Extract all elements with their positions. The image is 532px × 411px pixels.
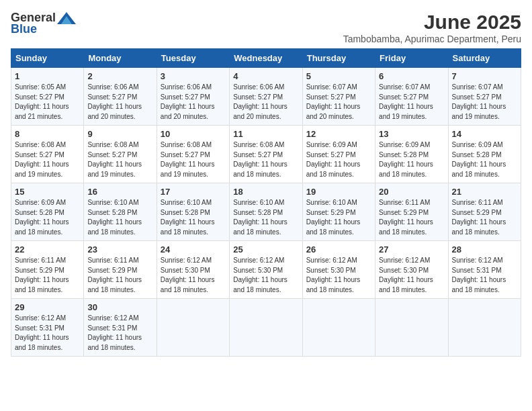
- day-info: Sunrise: 6:09 AMSunset: 5:28 PMDaylight:…: [452, 141, 506, 178]
- day-info: Sunrise: 6:09 AMSunset: 5:27 PMDaylight:…: [306, 141, 361, 178]
- calendar-week-row: 1 Sunrise: 6:05 AMSunset: 5:27 PMDayligh…: [11, 68, 521, 126]
- day-info: Sunrise: 6:12 AMSunset: 5:30 PMDaylight:…: [233, 257, 287, 293]
- day-info: Sunrise: 6:11 AMSunset: 5:29 PMDaylight:…: [87, 257, 142, 293]
- col-header-thursday: Thursday: [302, 49, 375, 68]
- day-info: Sunrise: 6:12 AMSunset: 5:30 PMDaylight:…: [161, 257, 215, 293]
- calendar-cell: 30 Sunrise: 6:12 AMSunset: 5:31 PMDaylig…: [84, 299, 157, 357]
- calendar-cell: 21 Sunrise: 6:11 AMSunset: 5:29 PMDaylig…: [448, 183, 521, 241]
- col-header-monday: Monday: [84, 49, 157, 68]
- calendar-cell: 22 Sunrise: 6:11 AMSunset: 5:29 PMDaylig…: [11, 241, 84, 299]
- col-header-tuesday: Tuesday: [157, 49, 229, 68]
- calendar-cell: 29 Sunrise: 6:12 AMSunset: 5:31 PMDaylig…: [11, 299, 84, 357]
- day-info: Sunrise: 6:08 AMSunset: 5:27 PMDaylight:…: [15, 141, 69, 178]
- day-number: 6: [379, 71, 444, 81]
- day-number: 25: [233, 244, 298, 255]
- day-number: 5: [306, 71, 371, 81]
- day-number: 16: [87, 187, 152, 197]
- day-info: Sunrise: 6:12 AMSunset: 5:31 PMDaylight:…: [15, 314, 69, 351]
- calendar-cell: 18 Sunrise: 6:10 AMSunset: 5:28 PMDaylig…: [230, 183, 302, 241]
- calendar-cell: 19 Sunrise: 6:10 AMSunset: 5:29 PMDaylig…: [302, 183, 375, 241]
- calendar-cell: 27 Sunrise: 6:12 AMSunset: 5:30 PMDaylig…: [375, 241, 448, 299]
- day-info: Sunrise: 6:10 AMSunset: 5:29 PMDaylight:…: [306, 199, 361, 236]
- calendar-cell: 17 Sunrise: 6:10 AMSunset: 5:28 PMDaylig…: [157, 183, 229, 241]
- day-number: 26: [306, 244, 371, 255]
- location-subtitle: Tambobamba, Apurimac Department, Peru: [343, 34, 521, 44]
- day-number: 10: [161, 129, 226, 139]
- day-info: Sunrise: 6:06 AMSunset: 5:27 PMDaylight:…: [161, 83, 215, 120]
- day-number: 30: [87, 302, 152, 312]
- calendar-cell: 10 Sunrise: 6:08 AMSunset: 5:27 PMDaylig…: [157, 126, 229, 183]
- day-number: 20: [379, 187, 444, 197]
- title-area: June 2025 Tambobamba, Apurimac Departmen…: [343, 11, 521, 44]
- day-number: 2: [87, 71, 152, 81]
- col-header-saturday: Saturday: [448, 49, 521, 68]
- day-info: Sunrise: 6:12 AMSunset: 5:31 PMDaylight:…: [87, 314, 142, 351]
- day-info: Sunrise: 6:09 AMSunset: 5:28 PMDaylight:…: [379, 141, 433, 178]
- day-info: Sunrise: 6:07 AMSunset: 5:27 PMDaylight:…: [306, 83, 361, 120]
- day-info: Sunrise: 6:05 AMSunset: 5:27 PMDaylight:…: [15, 83, 69, 120]
- calendar-cell: 6 Sunrise: 6:07 AMSunset: 5:27 PMDayligh…: [375, 68, 448, 126]
- calendar-table: SundayMondayTuesdayWednesdayThursdayFrid…: [11, 48, 521, 357]
- calendar-cell: 20 Sunrise: 6:11 AMSunset: 5:29 PMDaylig…: [375, 183, 448, 241]
- calendar-header-row: SundayMondayTuesdayWednesdayThursdayFrid…: [11, 49, 521, 68]
- day-number: 21: [452, 187, 517, 197]
- day-number: 23: [87, 244, 152, 255]
- col-header-sunday: Sunday: [11, 49, 84, 68]
- calendar-cell: 26 Sunrise: 6:12 AMSunset: 5:30 PMDaylig…: [302, 241, 375, 299]
- day-number: 9: [87, 129, 152, 139]
- header: General Blue June 2025 Tambobamba, Apuri…: [11, 11, 521, 44]
- day-info: Sunrise: 6:12 AMSunset: 5:30 PMDaylight:…: [306, 257, 361, 293]
- day-number: 24: [161, 244, 226, 255]
- day-number: 8: [15, 129, 80, 139]
- calendar-cell: 28 Sunrise: 6:12 AMSunset: 5:31 PMDaylig…: [448, 241, 521, 299]
- day-info: Sunrise: 6:06 AMSunset: 5:27 PMDaylight:…: [233, 83, 287, 120]
- calendar-cell: 8 Sunrise: 6:08 AMSunset: 5:27 PMDayligh…: [11, 126, 84, 183]
- calendar-cell: 13 Sunrise: 6:09 AMSunset: 5:28 PMDaylig…: [375, 126, 448, 183]
- calendar-cell: 3 Sunrise: 6:06 AMSunset: 5:27 PMDayligh…: [157, 68, 229, 126]
- day-number: 7: [452, 71, 517, 81]
- day-number: 27: [379, 244, 444, 255]
- day-number: 29: [15, 302, 80, 312]
- col-header-friday: Friday: [375, 49, 448, 68]
- day-info: Sunrise: 6:09 AMSunset: 5:28 PMDaylight:…: [15, 199, 69, 236]
- calendar-cell: [375, 299, 448, 357]
- day-info: Sunrise: 6:10 AMSunset: 5:28 PMDaylight:…: [233, 199, 287, 236]
- day-info: Sunrise: 6:12 AMSunset: 5:30 PMDaylight:…: [379, 257, 433, 293]
- day-info: Sunrise: 6:08 AMSunset: 5:27 PMDaylight:…: [161, 141, 215, 178]
- calendar-cell: 24 Sunrise: 6:12 AMSunset: 5:30 PMDaylig…: [157, 241, 229, 299]
- logo: General Blue: [11, 11, 76, 36]
- calendar-cell: [230, 299, 302, 357]
- calendar-week-row: 8 Sunrise: 6:08 AMSunset: 5:27 PMDayligh…: [11, 126, 521, 183]
- month-title: June 2025: [343, 11, 521, 34]
- day-number: 14: [452, 129, 517, 139]
- day-number: 13: [379, 129, 444, 139]
- calendar-cell: 14 Sunrise: 6:09 AMSunset: 5:28 PMDaylig…: [448, 126, 521, 183]
- day-info: Sunrise: 6:12 AMSunset: 5:31 PMDaylight:…: [452, 257, 506, 293]
- day-number: 19: [306, 187, 371, 197]
- calendar-cell: 9 Sunrise: 6:08 AMSunset: 5:27 PMDayligh…: [84, 126, 157, 183]
- col-header-wednesday: Wednesday: [230, 49, 302, 68]
- calendar-cell: 25 Sunrise: 6:12 AMSunset: 5:30 PMDaylig…: [230, 241, 302, 299]
- calendar-cell: 5 Sunrise: 6:07 AMSunset: 5:27 PMDayligh…: [302, 68, 375, 126]
- day-number: 12: [306, 129, 371, 139]
- day-number: 18: [233, 187, 298, 197]
- calendar-cell: 1 Sunrise: 6:05 AMSunset: 5:27 PMDayligh…: [11, 68, 84, 126]
- calendar-cell: [302, 299, 375, 357]
- day-info: Sunrise: 6:07 AMSunset: 5:27 PMDaylight:…: [379, 83, 433, 120]
- calendar-cell: 16 Sunrise: 6:10 AMSunset: 5:28 PMDaylig…: [84, 183, 157, 241]
- day-info: Sunrise: 6:08 AMSunset: 5:27 PMDaylight:…: [233, 141, 287, 178]
- calendar-cell: 23 Sunrise: 6:11 AMSunset: 5:29 PMDaylig…: [84, 241, 157, 299]
- day-number: 1: [15, 71, 80, 81]
- day-number: 3: [161, 71, 226, 81]
- day-info: Sunrise: 6:11 AMSunset: 5:29 PMDaylight:…: [452, 199, 506, 236]
- day-number: 4: [233, 71, 298, 81]
- day-number: 28: [452, 244, 517, 255]
- day-info: Sunrise: 6:11 AMSunset: 5:29 PMDaylight:…: [379, 199, 433, 236]
- day-number: 22: [15, 244, 80, 255]
- calendar-week-row: 22 Sunrise: 6:11 AMSunset: 5:29 PMDaylig…: [11, 241, 521, 299]
- day-info: Sunrise: 6:10 AMSunset: 5:28 PMDaylight:…: [161, 199, 215, 236]
- day-info: Sunrise: 6:10 AMSunset: 5:28 PMDaylight:…: [87, 199, 142, 236]
- logo-icon: [57, 12, 76, 24]
- day-info: Sunrise: 6:07 AMSunset: 5:27 PMDaylight:…: [452, 83, 506, 120]
- day-info: Sunrise: 6:08 AMSunset: 5:27 PMDaylight:…: [87, 141, 142, 178]
